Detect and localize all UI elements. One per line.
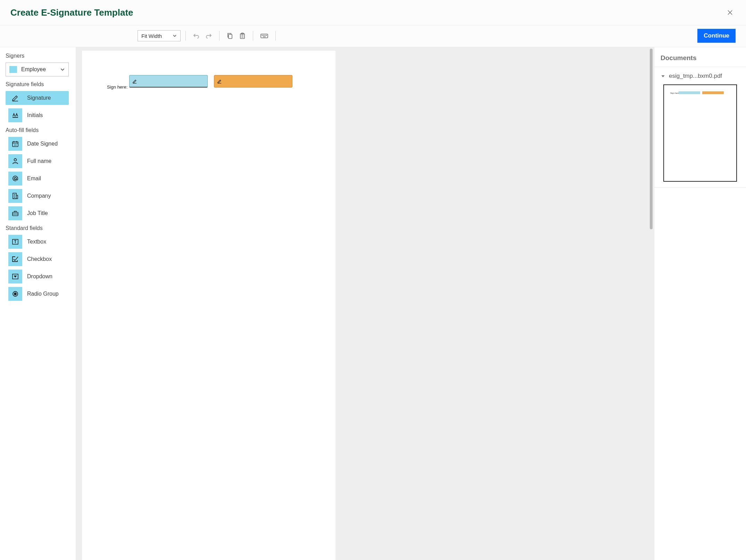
svg-text:24: 24 [14, 144, 17, 146]
documents-heading: Documents [654, 47, 746, 67]
scrollbar-thumb[interactable] [650, 49, 653, 229]
field-textbox[interactable]: Textbox [6, 235, 70, 249]
field-radio-group[interactable]: Radio Group [6, 287, 70, 301]
standard-heading: Standard fields [6, 225, 70, 231]
signature-icon [8, 91, 22, 105]
field-signature[interactable]: Signature [6, 91, 69, 105]
svg-point-7 [266, 35, 266, 35]
signature-fields-heading: Signature fields [6, 81, 70, 88]
signer-select[interactable]: Employee [6, 63, 69, 76]
field-label: Signature [27, 95, 51, 101]
field-label: Radio Group [27, 291, 59, 297]
field-label: Textbox [27, 239, 46, 245]
signature-icon [132, 79, 137, 84]
radio-icon [8, 287, 22, 301]
redo-button[interactable] [203, 30, 214, 41]
field-label: Job Title [27, 210, 48, 216]
person-icon [8, 154, 22, 168]
undo-button[interactable] [191, 30, 202, 41]
calendar-icon: 24 [8, 137, 22, 151]
initials-icon [8, 108, 22, 122]
copy-icon [226, 32, 233, 39]
field-label: Date Signed [27, 141, 58, 147]
paste-button[interactable] [237, 30, 248, 41]
separator [219, 31, 219, 41]
field-full-name[interactable]: Full name [6, 154, 70, 168]
document-canvas[interactable]: Sign here: [76, 47, 654, 560]
chevron-down-icon [60, 67, 65, 72]
signers-heading: Signers [6, 53, 70, 59]
building-icon [8, 189, 22, 203]
document-name: esig_tmp...bxm0.pdf [669, 73, 722, 80]
page-thumbnail[interactable]: Sign here: [663, 84, 737, 182]
signature-field-other[interactable] [214, 75, 292, 88]
fields-panel: Signers Employee Signature fields Signat… [0, 47, 76, 560]
thumb-field-orange [702, 91, 724, 94]
svg-rect-0 [229, 34, 232, 39]
toolbar: Fit Width Continue [0, 25, 746, 47]
thumb-field-blue [679, 91, 700, 94]
page-title: Create E-Signature Template [10, 7, 133, 18]
documents-panel: Documents esig_tmp...bxm0.pdf Sign here: [654, 47, 746, 560]
zoom-select[interactable]: Fit Width [138, 30, 181, 41]
signature-field-employee[interactable] [129, 75, 208, 88]
continue-button[interactable]: Continue [697, 29, 736, 43]
scrollbar[interactable] [649, 49, 653, 560]
svg-point-10 [14, 159, 17, 161]
sign-here-label: Sign here: [107, 84, 127, 90]
field-initials[interactable]: Initials [6, 108, 70, 122]
caret-down-icon [661, 74, 665, 79]
keyboard-icon [260, 32, 268, 39]
field-label: Dropdown [27, 273, 52, 280]
chevron-down-icon [173, 34, 177, 38]
separator [185, 31, 186, 41]
svg-rect-3 [261, 34, 268, 38]
field-company[interactable]: Company [6, 189, 70, 203]
field-email[interactable]: Email [6, 172, 70, 186]
field-date-signed[interactable]: 24 Date Signed [6, 137, 70, 151]
paste-icon [239, 32, 246, 39]
field-job-title[interactable]: Job Title [6, 206, 70, 220]
autofill-heading: Auto-fill fields [6, 127, 70, 133]
checkbox-icon [8, 252, 22, 266]
separator [253, 31, 253, 41]
field-dropdown[interactable]: Dropdown [6, 270, 70, 283]
document-item[interactable]: esig_tmp...bxm0.pdf [661, 73, 740, 80]
field-label: Checkbox [27, 256, 52, 262]
zoom-select-label: Fit Width [141, 33, 162, 39]
close-button[interactable] [724, 7, 736, 18]
svg-point-11 [14, 178, 16, 180]
signer-color-swatch [9, 66, 17, 73]
field-label: Full name [27, 158, 51, 164]
signature-icon [217, 79, 222, 84]
modal-header: Create E-Signature Template [0, 0, 746, 25]
at-icon [8, 172, 22, 186]
briefcase-icon [8, 206, 22, 220]
separator [275, 31, 276, 41]
field-checkbox[interactable]: Checkbox [6, 252, 70, 266]
textbox-icon [8, 235, 22, 249]
svg-point-4 [262, 35, 262, 35]
redo-icon [205, 32, 212, 39]
close-icon [727, 9, 733, 16]
field-label: Company [27, 193, 51, 199]
keyboard-button[interactable] [258, 30, 271, 41]
undo-icon [193, 32, 200, 39]
field-label: Initials [27, 112, 43, 118]
svg-point-6 [265, 35, 265, 35]
dropdown-icon [8, 270, 22, 283]
field-label: Email [27, 175, 41, 182]
signer-select-label: Employee [21, 66, 60, 73]
copy-button[interactable] [224, 30, 235, 41]
document-page[interactable]: Sign here: [82, 51, 335, 560]
svg-point-17 [14, 293, 16, 295]
svg-point-5 [263, 35, 264, 35]
